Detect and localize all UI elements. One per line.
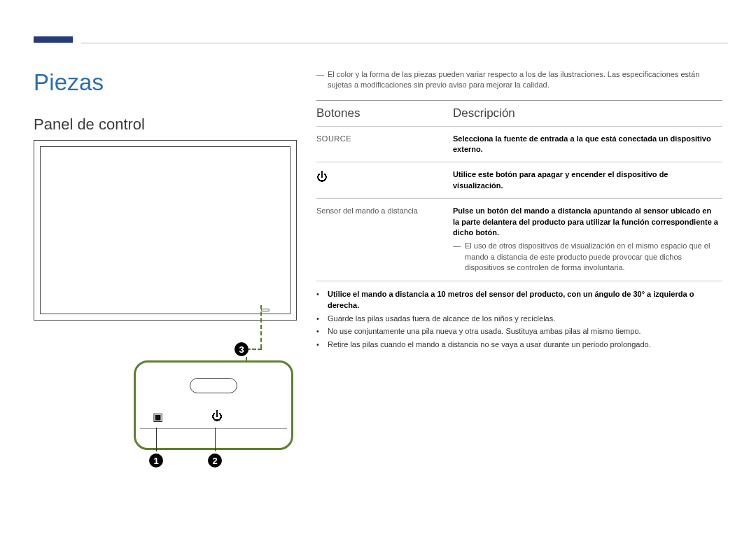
callout-line xyxy=(156,428,157,451)
section-title: Piezas xyxy=(34,69,104,96)
source-description: Selecciona la fuente de entrada a la que… xyxy=(453,134,711,153)
marker-2: 2 xyxy=(208,454,222,468)
accent-block xyxy=(34,36,73,43)
table-row: ⏻ Utilice este botón para apagar y encen… xyxy=(316,162,722,199)
source-label: SOURCE xyxy=(316,134,351,143)
bullet-icon: • xyxy=(316,339,323,351)
note-line: Retire las pilas cuando el mando a dista… xyxy=(328,339,651,351)
control-panel-illustration: 3 ▣ ⏻ 1 2 xyxy=(34,140,297,469)
display-led-icon xyxy=(261,309,270,311)
callout-line xyxy=(215,428,216,451)
subsection-title: Panel de control xyxy=(34,115,145,134)
remote-sensor-warning: El uso de otros dispositivos de visualiz… xyxy=(465,241,718,273)
marker-3: 3 xyxy=(234,342,248,356)
usage-notes: • Utilice el mando a distancia a 10 metr… xyxy=(316,288,722,351)
note-dash: ― xyxy=(316,69,323,90)
bullet-icon: • xyxy=(316,325,323,337)
control-panel-box: ▣ ⏻ xyxy=(134,360,293,450)
display-inner-outline xyxy=(40,146,290,314)
remote-sensor-description: Pulse un botón del mando a distancia apu… xyxy=(453,206,718,237)
bullet-icon: • xyxy=(316,313,323,325)
right-column: ― El color y la forma de las piezas pued… xyxy=(316,69,722,351)
sensor-window-icon xyxy=(190,378,237,393)
table-row: SOURCE Selecciona la fuente de entrada a… xyxy=(316,126,722,162)
table-row: Sensor del mando a distancia Pulse un bo… xyxy=(316,199,722,281)
note-text: El color y la forma de las piezas pueden… xyxy=(328,69,722,90)
note-line: Utilice el mando a distancia a 10 metros… xyxy=(328,288,722,311)
bullet-icon: • xyxy=(316,288,323,311)
page: Piezas Panel de control 3 ▣ ⏻ 1 2 ― El c xyxy=(0,0,756,534)
callout-line xyxy=(246,349,262,350)
note-line: Guarde las pilas usadas fuera de alcance… xyxy=(328,313,555,325)
note-line: No use conjuntamente una pila nueva y ot… xyxy=(328,325,641,337)
spec-note: ― El color y la forma de las piezas pued… xyxy=(316,69,722,90)
note-dash: ― xyxy=(453,241,461,273)
callout-line xyxy=(260,305,262,349)
power-description: Utilice este botón para apagar y encende… xyxy=(453,170,668,189)
source-button-icon: ▣ xyxy=(153,410,163,423)
control-panel-rule xyxy=(140,428,287,429)
remote-sensor-label: Sensor del mando a distancia xyxy=(316,199,453,281)
power-icon: ⏻ xyxy=(316,171,328,183)
buttons-table: Botones Descripción SOURCE Selecciona la… xyxy=(316,100,722,281)
horizontal-rule xyxy=(81,43,728,43)
power-icon: ⏻ xyxy=(211,410,223,423)
table-head-description: Descripción xyxy=(453,100,722,126)
table-head-buttons: Botones xyxy=(316,100,453,126)
marker-1: 1 xyxy=(149,454,163,468)
display-outline xyxy=(34,140,297,321)
